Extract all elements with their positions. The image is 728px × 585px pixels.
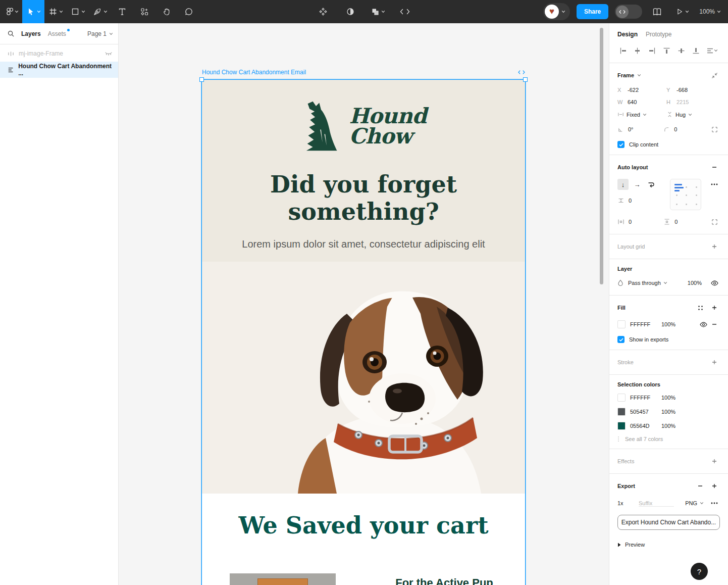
- text-tool-button[interactable]: [111, 0, 133, 23]
- email-frame[interactable]: Hound Chow Did you forget something? Lor…: [202, 80, 525, 585]
- align-vertical-center-icon[interactable]: [675, 45, 687, 56]
- color-swatch[interactable]: [617, 408, 626, 416]
- selection-color-row[interactable]: FFFFFF 100%: [617, 394, 720, 402]
- email-header-section[interactable]: Hound Chow Did you forget something? Lor…: [202, 80, 525, 494]
- clip-content-row[interactable]: Clip content: [617, 141, 720, 148]
- dev-resources-button[interactable]: [394, 0, 416, 23]
- canvas[interactable]: Hound Chow Cart Abandonment Email Hound …: [119, 23, 609, 585]
- show-in-exports-row[interactable]: Show in exports: [617, 336, 720, 343]
- canvas-scrollbar[interactable]: [600, 28, 603, 284]
- layout-horizontal-icon[interactable]: →: [632, 179, 643, 190]
- horizontal-sizing-dropdown[interactable]: Fixed: [617, 111, 666, 118]
- remove-auto-layout-icon[interactable]: [709, 162, 720, 173]
- tab-design[interactable]: Design: [617, 31, 638, 38]
- layer-row-hound-chow-frame[interactable]: Hound Chow Cart Abandonment ...: [0, 62, 118, 78]
- show-in-exports-checkbox[interactable]: [617, 336, 625, 343]
- fill-visibility-icon[interactable]: [698, 319, 709, 330]
- add-export-icon[interactable]: [709, 480, 720, 492]
- tab-prototype[interactable]: Prototype: [646, 31, 671, 38]
- layout-wrap-icon[interactable]: [646, 179, 657, 190]
- align-left-icon[interactable]: [617, 45, 629, 56]
- export-button[interactable]: Export Hound Chow Cart Abando...: [617, 515, 720, 530]
- vertical-padding-field[interactable]: 0: [663, 218, 709, 225]
- fill-hex-field[interactable]: FFFFFF: [630, 321, 661, 327]
- export-options-icon[interactable]: [709, 498, 720, 509]
- present-button[interactable]: [672, 0, 693, 23]
- vertical-sizing-dropdown[interactable]: Hug: [666, 111, 715, 118]
- fill-styles-icon[interactable]: [695, 302, 706, 313]
- gap-field[interactable]: 0: [617, 197, 666, 204]
- width-field[interactable]: W 640: [617, 99, 666, 105]
- frame-tool-button[interactable]: [44, 0, 67, 23]
- fill-opacity-field[interactable]: 100%: [661, 321, 675, 327]
- frame-devmode-icon[interactable]: [518, 70, 525, 75]
- fill-color-swatch[interactable]: [617, 320, 626, 328]
- add-layout-grid-icon[interactable]: [709, 241, 720, 252]
- preview-toggle[interactable]: Preview: [609, 537, 728, 553]
- email-headline[interactable]: Did you forget something?: [237, 171, 490, 226]
- collapse-panel-icon[interactable]: [709, 70, 720, 81]
- help-button[interactable]: ?: [691, 563, 708, 580]
- tab-assets[interactable]: Assets: [48, 30, 66, 37]
- zoom-menu[interactable]: 100%: [699, 8, 721, 15]
- saved-cart-title[interactable]: We Saved your cart: [202, 512, 525, 539]
- component-button[interactable]: [312, 0, 334, 23]
- pen-tool-button[interactable]: [89, 0, 111, 23]
- remove-fill-icon[interactable]: [709, 319, 720, 330]
- dev-mode-toggle[interactable]: [615, 5, 642, 19]
- add-fill-icon[interactable]: [709, 302, 720, 313]
- add-stroke-icon[interactable]: [709, 357, 720, 368]
- add-effect-icon[interactable]: [709, 456, 720, 467]
- share-button[interactable]: Share: [577, 4, 608, 19]
- layer-visibility-icon[interactable]: [709, 277, 720, 288]
- height-field[interactable]: H 2215: [666, 99, 715, 105]
- account-menu[interactable]: ♥: [543, 3, 570, 20]
- layout-vertical-icon[interactable]: ↓: [617, 179, 629, 190]
- shape-tool-button[interactable]: [67, 0, 89, 23]
- see-all-colors-link[interactable]: See all 7 colors: [617, 436, 720, 442]
- y-field[interactable]: Y -668: [666, 87, 715, 93]
- comment-tool-button[interactable]: [178, 0, 200, 23]
- export-suffix-input[interactable]: [639, 500, 674, 507]
- x-field[interactable]: X -622: [617, 87, 666, 93]
- move-tool-button[interactable]: [22, 0, 44, 23]
- independent-corners-icon[interactable]: [709, 124, 720, 135]
- boolean-groups-button[interactable]: [367, 0, 389, 23]
- mask-button[interactable]: [339, 0, 361, 23]
- individual-padding-icon[interactable]: [709, 216, 720, 227]
- align-bottom-icon[interactable]: [690, 45, 701, 56]
- align-top-icon[interactable]: [661, 45, 672, 56]
- frame-section-title[interactable]: Frame: [617, 72, 634, 78]
- remove-export-icon[interactable]: [695, 480, 706, 492]
- align-horizontal-center-icon[interactable]: [632, 45, 643, 56]
- actions-tool-button[interactable]: [133, 0, 155, 23]
- distribute-menu-icon[interactable]: [705, 45, 720, 56]
- horizontal-padding-field[interactable]: 0: [617, 218, 663, 225]
- layer-row-mj-image-frame[interactable]: mj-image-Frame: [0, 45, 118, 62]
- search-icon[interactable]: [8, 30, 14, 37]
- tab-layers[interactable]: Layers: [21, 30, 41, 37]
- color-swatch[interactable]: [617, 394, 626, 402]
- page-selector[interactable]: Page 1: [87, 30, 113, 37]
- corner-radius-field[interactable]: 0: [663, 126, 709, 133]
- brand-logo[interactable]: Hound Chow: [202, 100, 525, 153]
- email-cart-section[interactable]: We Saved your cart For the Active Pup: [202, 494, 525, 585]
- dog-photo[interactable]: [202, 262, 525, 494]
- selection-handle-top-right[interactable]: [523, 77, 528, 82]
- auto-layout-options-icon[interactable]: [709, 179, 720, 190]
- hidden-eye-icon[interactable]: [105, 51, 112, 56]
- selection-color-row[interactable]: 505457 100%: [617, 408, 720, 416]
- clip-content-checkbox[interactable]: [617, 141, 625, 148]
- main-menu-button[interactable]: [0, 0, 22, 23]
- export-scale-dropdown[interactable]: 1x: [617, 500, 639, 506]
- align-right-icon[interactable]: [647, 45, 658, 56]
- email-subtitle[interactable]: Lorem ipsum dolor sit amet, consectetur …: [202, 238, 525, 250]
- selection-handle-top-left[interactable]: [199, 77, 204, 82]
- selection-color-row[interactable]: 05564D 100%: [617, 422, 720, 430]
- layer-opacity-field[interactable]: 100%: [688, 280, 702, 286]
- library-button[interactable]: [649, 0, 665, 23]
- hand-tool-button[interactable]: [155, 0, 178, 23]
- product-image[interactable]: [230, 573, 336, 585]
- alignment-grid[interactable]: [670, 179, 701, 210]
- blend-mode-dropdown[interactable]: Pass through: [628, 280, 667, 286]
